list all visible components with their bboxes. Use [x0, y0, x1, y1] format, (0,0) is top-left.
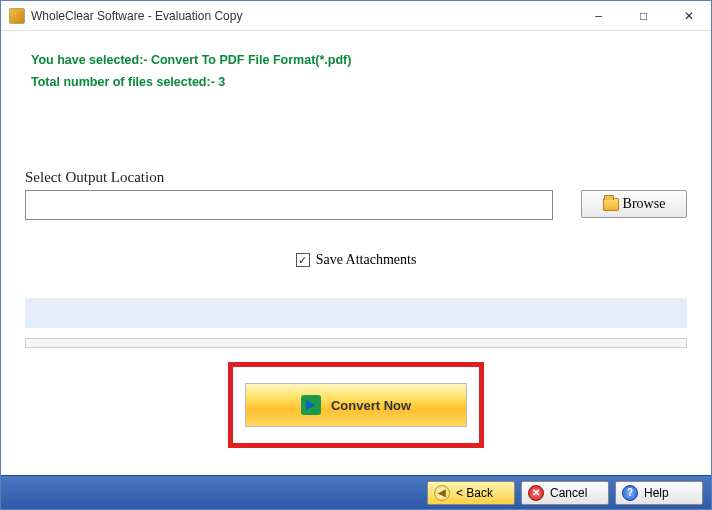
titlebar: WholeClear Software - Evaluation Copy – …	[1, 1, 711, 31]
help-button[interactable]: ? Help	[615, 481, 703, 505]
selected-format-text: You have selected:- Convert To PDF File …	[31, 53, 681, 67]
convert-highlight-box: Convert Now	[228, 362, 484, 448]
cancel-button-label: Cancel	[550, 486, 587, 500]
cancel-button[interactable]: ✕ Cancel	[521, 481, 609, 505]
convert-icon	[301, 395, 321, 415]
minimize-button[interactable]: –	[576, 1, 621, 31]
help-button-label: Help	[644, 486, 669, 500]
maximize-button[interactable]: □	[621, 1, 666, 31]
back-icon: ◀	[434, 485, 450, 501]
cancel-icon: ✕	[528, 485, 544, 501]
window-title: WholeClear Software - Evaluation Copy	[31, 9, 242, 23]
output-row: Browse	[25, 190, 687, 220]
app-icon	[9, 8, 25, 24]
convert-now-label: Convert Now	[331, 398, 411, 413]
browse-button-label: Browse	[623, 196, 666, 212]
folder-icon	[603, 198, 619, 211]
output-location-label: Select Output Location	[25, 169, 687, 186]
convert-area: Convert Now	[25, 362, 687, 448]
output-location-input[interactable]	[25, 190, 553, 220]
save-attachments-row: ✓ Save Attachments	[25, 252, 687, 268]
footer-bar: ◀ < Back ✕ Cancel ? Help	[1, 475, 711, 509]
file-count-text: Total number of files selected:- 3	[31, 75, 681, 89]
help-icon: ?	[622, 485, 638, 501]
content-area: You have selected:- Convert To PDF File …	[1, 31, 711, 475]
back-button[interactable]: ◀ < Back	[427, 481, 515, 505]
close-button[interactable]: ✕	[666, 1, 711, 31]
status-strip	[25, 298, 687, 328]
convert-now-button[interactable]: Convert Now	[245, 383, 467, 427]
back-button-label: < Back	[456, 486, 493, 500]
progress-bar	[25, 338, 687, 348]
save-attachments-checkbox[interactable]: ✓	[296, 253, 310, 267]
app-window: WholeClear Software - Evaluation Copy – …	[0, 0, 712, 510]
window-controls: – □ ✕	[576, 1, 711, 31]
browse-button[interactable]: Browse	[581, 190, 687, 218]
save-attachments-label: Save Attachments	[316, 252, 417, 268]
